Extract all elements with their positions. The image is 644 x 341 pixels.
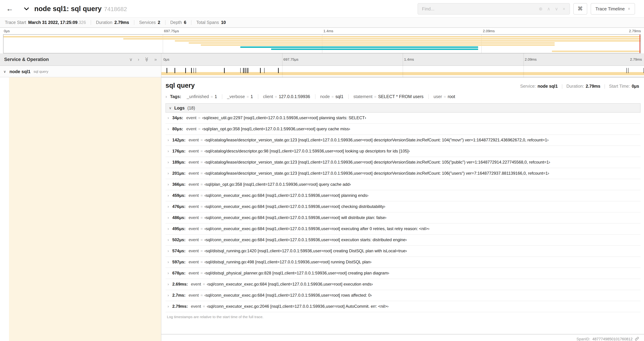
log-equals: = — [200, 182, 203, 187]
collapse-trace-chevron-icon[interactable] — [24, 6, 30, 12]
ruler-tick-label: 1.4ms — [404, 53, 414, 66]
log-value: ‹sql/conn_executor_exec.go:684 [nsql1,cl… — [207, 282, 373, 287]
log-tick — [245, 68, 246, 73]
span-timeline-row[interactable] — [161, 66, 644, 77]
log-row[interactable]: ›574μs:event=‹sql/distsql_running.go:142… — [166, 246, 640, 257]
collapse-one-icon[interactable]: ∨ — [129, 57, 132, 62]
span-row-label[interactable]: ∨ node sql1 sql query — [0, 66, 161, 77]
span-detail-panel: sql query Service: node sql1 Duration: 2… — [161, 77, 644, 341]
log-row[interactable]: ›476μs:event=‹sql/conn_executor_exec.go:… — [166, 201, 640, 212]
log-row[interactable]: ›2.69ms:event=‹sql/conn_executor_exec.go… — [166, 279, 640, 290]
summary-depth: Depth6 — [165, 20, 191, 25]
trace-id: 7418682 — [104, 6, 127, 12]
ruler-tick-label: 2.09ms — [525, 53, 537, 66]
span-duration-bar[interactable] — [161, 72, 644, 75]
find-next-icon[interactable]: ∨ — [555, 7, 558, 11]
log-row[interactable]: ›459μs:event=‹sql/conn_executor_exec.go:… — [166, 190, 640, 201]
log-row[interactable]: ›678μs:event=‹sql/distsql_physical_plann… — [166, 268, 640, 279]
find-prev-icon[interactable]: ∧ — [547, 7, 550, 11]
span-id-value: 4877749850101760812 — [592, 337, 633, 341]
log-equals: = — [198, 115, 200, 121]
chevron-right-icon: › — [168, 160, 169, 165]
find-box[interactable]: ⊕ ∧ ∨ × — [418, 3, 570, 14]
log-row[interactable]: ›2.7ms:event=‹sql/conn_executor_exec.go:… — [166, 290, 640, 301]
find-clear-icon[interactable]: × — [563, 7, 565, 11]
logs-count: (18) — [187, 106, 195, 110]
log-row[interactable]: ›189μs:event=‹sql/catalog/lease/descript… — [166, 157, 640, 168]
logs-title: Logs — [174, 106, 185, 110]
trace-timeline-page: ← node sql1: sql query7418682 ⊕ ∧ ∨ × ⌘ … — [0, 0, 644, 341]
summary-duration: Duration2.79ms — [91, 20, 134, 25]
tags-list: _unfinished=1_verbose=1client=127.0.0.1:… — [182, 94, 460, 99]
log-tick — [224, 68, 225, 73]
log-row[interactable]: ›201μs:event=‹sql/catalog/lease/descript… — [166, 168, 640, 179]
minimap-span-bar — [271, 49, 478, 50]
log-timestamp: 574μs: — [172, 248, 186, 254]
trace-view-dropdown[interactable]: Trace Timeline ∨ — [590, 3, 635, 14]
log-timestamp: 495μs: — [172, 226, 186, 231]
log-equals: = — [200, 204, 203, 209]
log-equals: = — [198, 127, 200, 132]
tree-controls: ∨ › ≫ » — [129, 57, 157, 62]
chevron-right-icon: › — [168, 293, 169, 298]
log-tick — [196, 68, 196, 73]
minimap-time-labels: 0μs 697.75μs 1.4ms 2.09ms 2.79ms — [3, 29, 641, 34]
log-row[interactable]: ›2.79ms:event=‹sql/conn_executor_exec.go… — [166, 301, 640, 312]
log-value: ‹sql/conn_executor_exec.go:684 [nsql1,cl… — [204, 237, 407, 243]
chevron-right-icon: › — [168, 171, 169, 176]
minimap-graph[interactable] — [3, 34, 641, 53]
log-row[interactable]: ›142μs:event=‹sql/catalog/lease/descript… — [166, 135, 640, 146]
chevron-right-icon: › — [168, 226, 169, 231]
back-button[interactable]: ← — [4, 3, 16, 15]
minimap-tick-label: 697.75μs — [164, 29, 179, 33]
service-operation-column: Service & Operation ∨ › ≫ » ∨ node sql1 … — [0, 53, 161, 341]
timeline-column: 0μs 697.75μs 1.4ms 2.09ms 2.79ms sql que… — [161, 53, 644, 341]
service-operation-title: Service & Operation — [4, 57, 129, 62]
find-input[interactable] — [422, 6, 534, 11]
log-equals: = — [200, 237, 203, 243]
minimap-span-bar — [123, 38, 640, 40]
span-detail-meta: Service: node sql1 Duration: 2.79ms Star… — [520, 84, 639, 89]
log-key: event — [186, 127, 196, 132]
log-key: event — [188, 160, 199, 165]
link-icon[interactable] — [635, 336, 639, 341]
expand-all-icon[interactable]: » — [154, 57, 157, 62]
log-key: event — [188, 237, 199, 243]
log-value: ‹sql/distsql_running.go:498 [nsql1,clien… — [204, 259, 372, 265]
tag-item: _verbose=1 — [222, 94, 258, 99]
span-service-name: node sql1 — [10, 69, 30, 74]
log-value: ‹sql/plan_opt.go:358 [nsql1,client=127.0… — [202, 127, 350, 132]
collapse-all-icon[interactable]: ≫ — [144, 57, 150, 62]
tags-row[interactable]: › Tags: _unfinished=1_verbose=1client=12… — [166, 94, 640, 99]
expand-one-icon[interactable]: › — [138, 57, 139, 62]
logs-header[interactable]: ∨ Logs (18) — [166, 103, 640, 113]
log-key: event — [188, 248, 199, 254]
log-row[interactable]: ›486μs:event=‹sql/conn_executor_exec.go:… — [166, 212, 640, 223]
minimap-cursor-line[interactable] — [640, 35, 640, 53]
log-tick — [628, 68, 628, 73]
log-key: event — [188, 293, 199, 298]
log-row[interactable]: ›176μs:event=‹sql/catalog/descs/descript… — [166, 146, 640, 157]
meta-duration-label: Duration: — [566, 84, 584, 89]
keyboard-shortcuts-button[interactable]: ⌘ — [573, 3, 587, 14]
log-row[interactable]: ›597μs:event=‹sql/distsql_running.go:498… — [166, 257, 640, 268]
chevron-down-icon[interactable]: ∨ — [4, 70, 6, 73]
log-row[interactable]: ›495μs:event=‹sql/conn_executor_exec.go:… — [166, 223, 640, 235]
log-equals: = — [203, 304, 205, 309]
log-row[interactable]: ›80μs:event=‹sql/plan_opt.go:358 [nsql1,… — [166, 124, 640, 135]
log-timestamp: 176μs: — [172, 149, 186, 154]
log-row[interactable]: ›502μs:event=‹sql/conn_executor_exec.go:… — [166, 235, 640, 246]
log-key: event — [188, 226, 199, 231]
log-equals: = — [200, 193, 203, 198]
minimap-tick-label: 2.79ms — [629, 29, 641, 33]
minimap-tick-label: 2.09ms — [483, 29, 495, 33]
chevron-right-icon: › — [168, 115, 169, 121]
chevron-right-icon: › — [168, 193, 169, 198]
chevron-right-icon: › — [168, 182, 169, 187]
log-value: ‹sql/catalog/lease/descriptor_version_st… — [204, 138, 548, 143]
page-header: ← node sql1: sql query7418682 ⊕ ∧ ∨ × ⌘ … — [0, 0, 644, 17]
find-zoom-icon[interactable]: ⊕ — [539, 7, 542, 11]
log-row[interactable]: ›366μs:event=‹sql/plan_opt.go:358 [nsql1… — [166, 179, 640, 190]
log-row[interactable]: ›34μs:event=‹sql/exec_util.go:2297 [nsql… — [166, 113, 640, 124]
log-equals: = — [200, 149, 203, 154]
